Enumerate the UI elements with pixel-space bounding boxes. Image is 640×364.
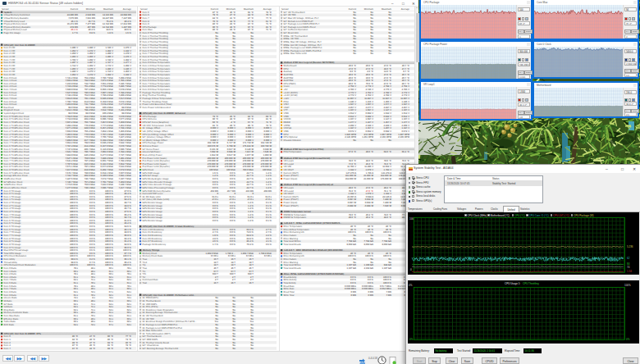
svg-text:Power (POUT): Power (POUT) bbox=[284, 205, 299, 207]
svg-text:No: No bbox=[232, 74, 235, 76]
svg-text:13,432 MB: 13,432 MB bbox=[103, 23, 113, 25]
svg-text:100.0 %: 100.0 % bbox=[105, 234, 114, 237]
svg-text:0.000 V: 0.000 V bbox=[246, 134, 254, 136]
svg-text:2 T: 2 T bbox=[215, 276, 218, 279]
svg-text:Core 3 T1 Usage: Core 3 T1 Usage bbox=[4, 211, 21, 213]
svg-text:1.336 V: 1.336 V bbox=[402, 101, 410, 103]
svg-text:51 x: 51 x bbox=[109, 321, 114, 323]
svg-text:51.0 x: 51.0 x bbox=[230, 196, 236, 198]
svg-text:4,864.5 MHz: 4,864.5 MHz bbox=[100, 121, 113, 124]
svg-text:51 x: 51 x bbox=[127, 276, 132, 279]
svg-text:4,488.2 MHz: 4,488.2 MHz bbox=[118, 92, 131, 94]
svg-text:23.7 %: 23.7 % bbox=[246, 184, 254, 186]
svg-text:100.0 %: 100.0 % bbox=[70, 193, 79, 195]
svg-text:240.000 W: 240.000 W bbox=[208, 160, 219, 162]
svg-text:731.7 MHz: 731.7 MHz bbox=[85, 103, 96, 106]
svg-text:No: No bbox=[353, 32, 356, 34]
svg-text:No: No bbox=[232, 32, 235, 34]
svg-text:38 x: 38 x bbox=[91, 285, 96, 288]
svg-text:No: No bbox=[388, 29, 391, 31]
svg-text:43 x: 43 x bbox=[127, 297, 132, 299]
svg-text:100.0 %: 100.0 % bbox=[70, 216, 79, 219]
svg-text:CPU Package Power: CPU Package Power bbox=[143, 142, 164, 144]
svg-text:No: No bbox=[232, 77, 235, 80]
svg-text:100.0 %: 100.0 % bbox=[70, 198, 79, 201]
svg-text:86.7 %: 86.7 % bbox=[124, 207, 131, 210]
svg-text:13,116 MB: 13,116 MB bbox=[103, 14, 113, 16]
svg-text:53 x: 53 x bbox=[109, 279, 114, 281]
svg-text:4,791.7 MHz: 4,791.7 MHz bbox=[100, 181, 113, 184]
svg-text:92.9 %: 92.9 % bbox=[124, 243, 131, 246]
svg-text:0.094 W: 0.094 W bbox=[348, 198, 357, 201]
svg-text:51 x: 51 x bbox=[74, 282, 79, 284]
svg-text:1.292 V: 1.292 V bbox=[88, 59, 96, 61]
svg-text:200.000 W: 200.000 W bbox=[208, 157, 219, 160]
svg-text:Memory Controller Ratio: Memory Controller Ratio bbox=[4, 312, 29, 314]
svg-text:48.0 °C: 48.0 °C bbox=[349, 160, 356, 162]
svg-text:0 MB: 0 MB bbox=[368, 294, 374, 297]
svg-text:86.1 %: 86.1 % bbox=[124, 229, 131, 231]
svg-text:4,706.7 MHz: 4,706.7 MHz bbox=[100, 136, 113, 139]
svg-text:4.692 W: 4.692 W bbox=[210, 151, 219, 153]
svg-text:1.380 V: 1.380 V bbox=[71, 71, 79, 73]
svg-text:Trcd: Trcd bbox=[143, 262, 148, 264]
svg-text:0.0 %: 0.0 % bbox=[213, 207, 219, 210]
svg-text:0.000 V: 0.000 V bbox=[264, 134, 272, 136]
svg-text:Core 9 Thermal Throttling: Core 9 Thermal Throttling bbox=[143, 59, 169, 61]
svg-text:1.395 V: 1.395 V bbox=[71, 47, 79, 49]
svg-text:Core 5 T0 Effective Clock: Core 5 T0 Effective Clock bbox=[4, 145, 30, 148]
svg-text:Core 4 Thermal Throttling: Core 4 Thermal Throttling bbox=[143, 44, 169, 47]
svg-text:30.4 °C: 30.4 °C bbox=[402, 74, 409, 76]
svg-text:80.4 °C: 80.4 °C bbox=[402, 83, 409, 85]
svg-text:Core 5 T1 Effective Clock: Core 5 T1 Effective Clock bbox=[4, 148, 30, 151]
svg-text:3.264 V: 3.264 V bbox=[402, 107, 410, 109]
svg-text:Sensor: Sensor bbox=[2, 8, 9, 11]
svg-text:171.719 W: 171.719 W bbox=[243, 142, 254, 144]
svg-text:3.436 V: 3.436 V bbox=[366, 89, 374, 91]
svg-text:1.324 V: 1.324 V bbox=[366, 121, 374, 124]
svg-text:IA: Thermal Velocity Boost: IA: Thermal Velocity Boost bbox=[143, 342, 169, 344]
svg-text:Core 1 Critical Temperature: Core 1 Critical Temperature bbox=[143, 65, 171, 67]
svg-text:1.346 V: 1.346 V bbox=[124, 56, 132, 58]
svg-text:No: No bbox=[232, 297, 235, 299]
svg-text:Core C1 Residency: Core C1 Residency bbox=[143, 231, 162, 234]
svg-text:0.000 V: 0.000 V bbox=[228, 130, 236, 133]
svg-text:GT: Inefficient Operation: GT: Inefficient Operation bbox=[284, 29, 309, 31]
svg-text:4,737.4 MHz: 4,737.4 MHz bbox=[118, 154, 131, 157]
svg-text:1.3 %: 1.3 % bbox=[248, 220, 254, 222]
svg-text:51 x: 51 x bbox=[109, 300, 114, 303]
svg-text:0.0 %: 0.0 % bbox=[230, 184, 236, 186]
svg-text:No: No bbox=[250, 107, 254, 109]
svg-text:Core 0: Core 0 bbox=[4, 335, 11, 338]
svg-text:Core 2 Ratio: Core 2 Ratio bbox=[4, 273, 17, 275]
svg-text:4,640.0 MHz: 4,640.0 MHz bbox=[118, 116, 131, 118]
svg-text:160.780 W: 160.780 W bbox=[261, 145, 272, 148]
svg-text:1.104 V: 1.104 V bbox=[349, 109, 357, 111]
svg-text:1.352 V: 1.352 V bbox=[71, 50, 79, 52]
svg-text:2 T: 2 T bbox=[250, 276, 254, 279]
svg-text:0.000 V: 0.000 V bbox=[246, 127, 254, 130]
svg-text:Physical Memory Used: Physical Memory Used bbox=[4, 23, 28, 25]
svg-text:1.9 %: 1.9 % bbox=[213, 234, 219, 237]
svg-text:IA: Thermal Event: IA: Thermal Event bbox=[143, 300, 161, 303]
svg-text:240.000 W: 240.000 W bbox=[243, 166, 254, 168]
svg-text:No: No bbox=[250, 61, 254, 64]
svg-text:4,785.7 MHz: 4,785.7 MHz bbox=[100, 77, 113, 80]
svg-text:No: No bbox=[250, 38, 254, 40]
svg-text:No: No bbox=[215, 59, 218, 61]
svg-text:51.0 x: 51.0 x bbox=[266, 196, 272, 198]
svg-text:4,186.4 MHz: 4,186.4 MHz bbox=[118, 83, 131, 85]
svg-text:0.0 %: 0.0 % bbox=[230, 243, 236, 246]
svg-text:Package Critical Temperature: Package Critical Temperature bbox=[143, 98, 172, 100]
svg-text:240.000 W: 240.000 W bbox=[261, 160, 272, 162]
svg-text:Core 1 VID: Core 1 VID bbox=[4, 50, 16, 52]
svg-text:30 °C: 30 °C bbox=[368, 229, 373, 231]
svg-text:50 x: 50 x bbox=[127, 321, 132, 323]
svg-text:5,202.4 MHz: 5,202.4 MHz bbox=[100, 169, 113, 171]
svg-text:8 x: 8 x bbox=[92, 297, 95, 299]
svg-text:0.1 %: 0.1 % bbox=[266, 220, 272, 222]
svg-text:77 °C: 77 °C bbox=[126, 335, 131, 338]
svg-text:818.9 MHz: 818.9 MHz bbox=[85, 169, 96, 171]
svg-text:No: No bbox=[232, 303, 235, 306]
svg-text:49.0 °C: 49.0 °C bbox=[349, 214, 356, 216]
